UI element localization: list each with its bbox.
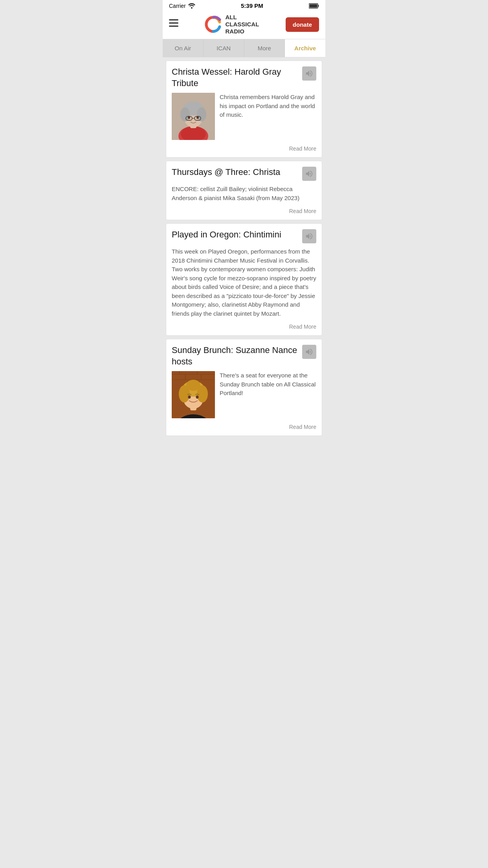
card-title: Thursdays @ Three: Christa	[172, 167, 298, 178]
card-header: Christa Wessel: Harold Gray Tribute	[172, 66, 316, 89]
card-footer: Read More	[172, 322, 316, 331]
logo-text: ALL CLASSICAL RADIO	[225, 14, 259, 35]
svg-point-20	[196, 116, 199, 119]
app-header: ALL CLASSICAL RADIO donate	[163, 11, 325, 39]
svg-point-14	[180, 107, 190, 121]
card-title: Christa Wessel: Harold Gray Tribute	[172, 66, 298, 89]
svg-rect-3	[309, 4, 317, 7]
audio-icon[interactable]	[302, 66, 316, 81]
svg-point-19	[188, 116, 190, 119]
card-title: Played in Oregon: Chintimini	[172, 229, 298, 241]
svg-point-0	[191, 7, 193, 9]
card-body: ENCORE: cellist Zuill Bailey; violinist …	[172, 185, 316, 202]
card-thumbnail	[172, 93, 215, 140]
svg-point-39	[188, 395, 191, 399]
time-display: 5:39 PM	[241, 2, 263, 9]
audio-icon[interactable]	[302, 229, 316, 243]
svg-rect-2	[318, 5, 319, 7]
svg-point-15	[197, 107, 206, 121]
card-christa-wessel: Christa Wessel: Harold Gray Tribute	[166, 61, 322, 158]
card-description: ENCORE: cellist Zuill Bailey; violinist …	[172, 185, 316, 202]
tab-ican[interactable]: ICAN	[204, 39, 244, 57]
card-description: Christa remembers Harold Gray and his im…	[220, 93, 316, 140]
status-bar-right	[309, 3, 319, 9]
audio-icon[interactable]	[302, 345, 316, 359]
battery-icon	[309, 3, 319, 9]
card-thumbnail	[172, 371, 215, 418]
tab-more[interactable]: More	[244, 39, 285, 57]
card-header: Thursdays @ Three: Christa	[172, 167, 316, 181]
svg-point-40	[196, 395, 199, 399]
card-header: Played in Oregon: Chintimini	[172, 229, 316, 243]
donate-button[interactable]: donate	[286, 17, 319, 32]
read-more-button[interactable]: Read More	[289, 144, 316, 153]
card-body: This week on Played Oregon, performances…	[172, 247, 316, 318]
card-header: Sunday Brunch: Suzanne Nance hosts	[172, 345, 316, 367]
wifi-icon	[188, 3, 195, 9]
card-played-oregon: Played in Oregon: Chintimini This week o…	[166, 223, 322, 336]
audio-icon[interactable]	[302, 167, 316, 181]
content-area: Christa Wessel: Harold Gray Tribute	[163, 61, 325, 436]
card-description: This week on Played Oregon, performances…	[172, 247, 316, 318]
card-footer: Read More	[172, 144, 316, 153]
logo: ALL CLASSICAL RADIO	[205, 14, 259, 35]
svg-rect-6	[169, 26, 178, 27]
menu-button[interactable]	[169, 19, 178, 29]
read-more-button[interactable]: Read More	[289, 322, 316, 331]
status-bar-left: Carrier	[169, 3, 195, 9]
card-title: Sunday Brunch: Suzanne Nance hosts	[172, 345, 298, 367]
tab-bar: On Air ICAN More Archive	[163, 39, 325, 57]
card-footer: Read More	[172, 206, 316, 216]
logo-icon	[205, 16, 222, 33]
svg-point-38	[186, 380, 200, 391]
tab-archive[interactable]: Archive	[285, 39, 325, 57]
carrier-label: Carrier	[169, 3, 186, 9]
card-thursdays-three: Thursdays @ Three: Christa ENCORE: celli…	[166, 161, 322, 220]
tab-on-air[interactable]: On Air	[163, 39, 204, 57]
card-body: Christa remembers Harold Gray and his im…	[172, 93, 316, 140]
read-more-button[interactable]: Read More	[289, 422, 316, 432]
card-footer: Read More	[172, 422, 316, 432]
card-sunday-brunch: Sunday Brunch: Suzanne Nance hosts	[166, 339, 322, 436]
card-body: There's a seat for everyone at the Sunda…	[172, 371, 316, 418]
status-bar: Carrier 5:39 PM	[163, 0, 325, 11]
read-more-button[interactable]: Read More	[289, 206, 316, 216]
svg-rect-4	[169, 19, 178, 20]
card-description: There's a seat for everyone at the Sunda…	[220, 371, 316, 418]
svg-rect-5	[169, 22, 178, 24]
